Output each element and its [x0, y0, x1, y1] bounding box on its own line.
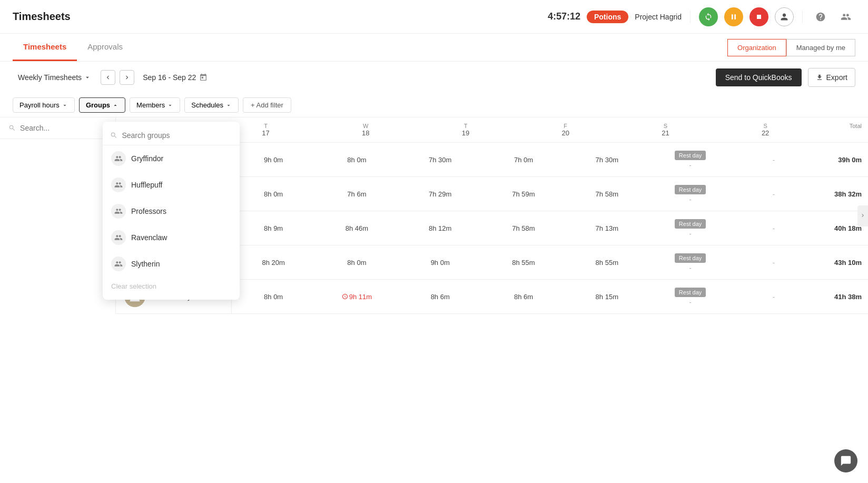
day-cell-1[interactable]: 8h 46m	[315, 211, 398, 245]
day-cell-4[interactable]: 7h 13m	[565, 211, 648, 245]
stop-icon	[755, 13, 763, 21]
day-cell-4[interactable]: 7h 30m	[565, 143, 648, 176]
dropdown-item-ravenclaw[interactable]: Ravenclaw	[103, 224, 240, 251]
group-icon	[111, 204, 126, 219]
stop-icon-btn[interactable]	[749, 7, 768, 26]
clear-selection-btn[interactable]: Clear selection	[103, 277, 240, 295]
day-cell-1[interactable]: 8h 0m	[315, 143, 398, 176]
day-cell-0[interactable]: 8h 0m	[232, 177, 315, 211]
rest-badge: Rest day	[675, 288, 706, 297]
groups-search-input[interactable]	[122, 131, 232, 140]
search-input[interactable]	[20, 124, 107, 132]
day-cell-0[interactable]: 8h 20m	[232, 245, 315, 279]
prev-period-btn[interactable]	[101, 70, 115, 85]
day-cell-2[interactable]: 7h 29m	[399, 177, 482, 211]
day-cell-4[interactable]: 8h 55m	[565, 245, 648, 279]
export-btn[interactable]: Export	[808, 68, 855, 87]
day-cell-0[interactable]: 8h 9m	[232, 211, 315, 245]
sync-icon	[704, 13, 713, 21]
date-range: Sep 16 - Sep 22	[143, 73, 208, 82]
payroll-hours-filter[interactable]: Payroll hours	[13, 97, 75, 113]
users-icon	[114, 207, 123, 215]
search-icon	[8, 124, 16, 132]
day-cell-5: Rest day -	[648, 177, 732, 211]
total-cell: 43h 10m	[815, 245, 868, 279]
search-icon	[110, 131, 117, 140]
pause-icon	[729, 13, 738, 21]
payroll-hours-label: Payroll hours	[19, 101, 60, 109]
sync-icon-btn[interactable]	[699, 7, 718, 26]
schedules-filter[interactable]: Schedules	[184, 97, 239, 113]
dropdown-item-hufflepuff[interactable]: Hufflepuff	[103, 172, 240, 198]
day-cell-6: -	[732, 211, 815, 245]
dash-label: -	[689, 298, 691, 306]
day-cell-3[interactable]: 8h 55m	[482, 245, 565, 279]
view-toggle: Organization Managed by me	[727, 39, 855, 56]
user-icon-btn[interactable]	[775, 7, 794, 26]
next-period-btn[interactable]	[120, 70, 134, 85]
view-organization-btn[interactable]: Organization	[727, 39, 786, 56]
date-range-text: Sep 16 - Sep 22	[143, 73, 196, 82]
group-label: Ravenclaw	[131, 233, 167, 242]
calendar-icon[interactable]	[199, 73, 208, 82]
pause-icon-btn[interactable]	[724, 7, 743, 26]
users-icon	[114, 233, 123, 242]
group-label: Professors	[131, 207, 166, 215]
day-cell-3[interactable]: 7h 58m	[482, 211, 565, 245]
settings-icon-btn[interactable]	[836, 7, 855, 26]
main-content: M 16 T 17 W 18 T 19 F 20 S 21	[0, 117, 868, 314]
day-cell-1[interactable]: 8h 0m	[315, 245, 398, 279]
users-icon	[114, 154, 123, 163]
day-cell-3[interactable]: 8h 6m	[482, 280, 565, 313]
left-panel	[0, 117, 116, 314]
scroll-right-indicator[interactable]	[857, 205, 868, 226]
time-cells: 8h 9m 8h 46m 8h 12m 7h 58m 7h 13m Rest d…	[232, 211, 868, 245]
time-cells: 8h 0m 9h 11m 8h 6m 8h 6m 8h 15m Rest day…	[232, 280, 868, 313]
chevron-right-icon	[123, 74, 131, 81]
chevron-down-icon	[225, 102, 232, 109]
day-cell-6: -	[732, 280, 815, 313]
day-cell-3[interactable]: 7h 0m	[482, 143, 565, 176]
app-title: Timesheets	[13, 11, 71, 23]
day-cell-4[interactable]: 8h 15m	[565, 280, 648, 313]
tab-timesheets[interactable]: Timesheets	[13, 34, 77, 61]
groups-filter[interactable]: Groups	[79, 97, 125, 113]
day-cell-3[interactable]: 7h 59m	[482, 177, 565, 211]
time-cells: 9h 0m 8h 0m 7h 30m 7h 0m 7h 30m Rest day…	[232, 143, 868, 176]
view-managed-btn[interactable]: Managed by me	[786, 39, 855, 56]
users-icon	[114, 181, 123, 189]
day-cell-5: Rest day -	[648, 280, 732, 313]
help-icon-btn[interactable]	[811, 7, 830, 26]
day-cell-2[interactable]: 9h 0m	[399, 245, 482, 279]
day-cell-2[interactable]: 8h 12m	[399, 211, 482, 245]
period-type-dropdown[interactable]: Weekly Timesheets	[13, 70, 96, 85]
group-label: Slytherin	[131, 260, 160, 268]
members-filter[interactable]: Members	[130, 97, 180, 113]
period-nav: Sep 16 - Sep 22	[101, 70, 208, 85]
day-cell-5: Rest day -	[648, 245, 732, 279]
tab-approvals[interactable]: Approvals	[77, 34, 133, 61]
add-filter-btn[interactable]: + Add filter	[243, 97, 291, 113]
dash-label: -	[773, 259, 775, 267]
day-cell-1[interactable]: 7h 6m	[315, 177, 398, 211]
dropdown-item-slytherin[interactable]: Slytherin	[103, 251, 240, 277]
time-cells: 8h 0m 7h 6m 7h 29m 7h 59m 7h 58m Rest da…	[232, 177, 868, 211]
export-label: Export	[826, 73, 847, 82]
day-header-3: T 19	[416, 117, 516, 142]
send-quickbooks-btn[interactable]: Send to QuickBooks	[716, 68, 802, 86]
period-type-label: Weekly Timesheets	[18, 73, 82, 82]
download-icon	[816, 74, 823, 81]
dropdown-item-professors[interactable]: Professors	[103, 198, 240, 224]
group-icon	[111, 151, 126, 166]
day-cell-2[interactable]: 7h 30m	[399, 143, 482, 176]
dropdown-item-gryffindor[interactable]: Gryffindor	[103, 145, 240, 172]
day-cell-0[interactable]: 8h 0m	[232, 280, 315, 313]
day-cell-1-red[interactable]: 9h 11m	[315, 280, 398, 313]
day-cell-4[interactable]: 7h 58m	[565, 177, 648, 211]
clock-icon	[342, 293, 348, 300]
day-cell-6: -	[732, 177, 815, 211]
chevron-down-icon	[84, 74, 91, 81]
day-cell-2[interactable]: 8h 6m	[399, 280, 482, 313]
potions-badge[interactable]: Potions	[587, 11, 628, 23]
day-cell-0[interactable]: 9h 0m	[232, 143, 315, 176]
